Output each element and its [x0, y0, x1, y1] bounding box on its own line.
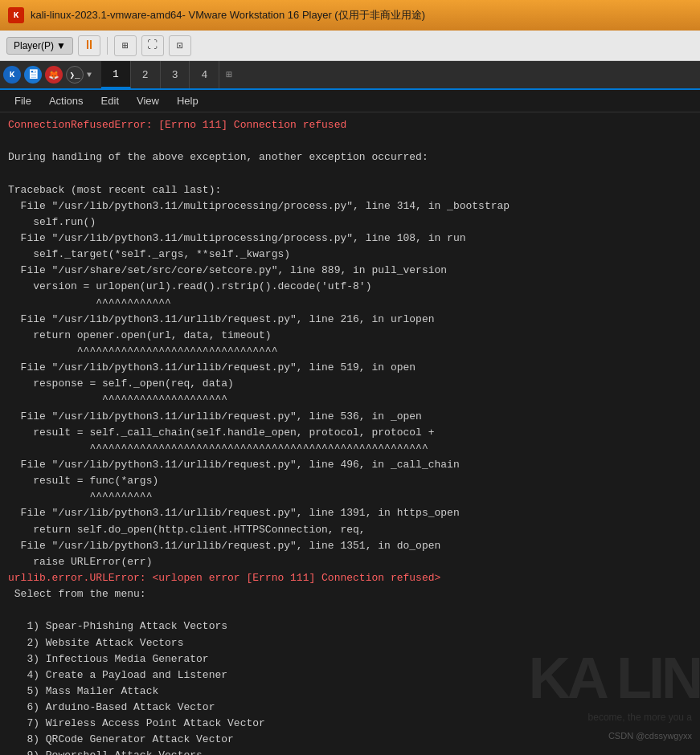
- menu-view[interactable]: View: [129, 92, 167, 109]
- fullscreen-icon: ⛶: [147, 39, 158, 51]
- title-bar: K kali-linux-2023.1-vmware-amd64- VMware…: [0, 0, 700, 31]
- snapshot-button[interactable]: ⊞: [114, 35, 137, 56]
- menu-bar: File Actions Edit View Help: [0, 90, 700, 112]
- snapshot-icon: ⊞: [122, 39, 129, 52]
- menu-file[interactable]: File: [6, 92, 39, 109]
- kali-tab-icon[interactable]: K: [3, 66, 21, 84]
- blue-tab-icon[interactable]: 🖥: [24, 66, 42, 84]
- watermark-subtext: become, the more you a: [588, 712, 692, 723]
- unity-icon: ⊡: [177, 39, 183, 52]
- divider: [107, 37, 108, 55]
- tab-2[interactable]: 2: [131, 61, 161, 88]
- player-menu-button[interactable]: Player(P) ▼: [6, 37, 73, 55]
- tab-numbers: 1 2 3 4: [101, 61, 219, 88]
- pause-button[interactable]: ⏸: [78, 35, 100, 56]
- tab-4[interactable]: 4: [190, 61, 219, 88]
- player-toolbar: Player(P) ▼ ⏸ ⊞ ⛶ ⊡: [0, 31, 700, 61]
- terminal[interactable]: KA LIN become, the more you a CSDN @cdss…: [0, 112, 700, 755]
- red-tab-icon[interactable]: 🦊: [45, 66, 63, 84]
- chevron-down-icon: ▼: [56, 40, 66, 51]
- term-tab-icon[interactable]: ❯_: [66, 66, 84, 84]
- tab-extra[interactable]: ⊞: [219, 61, 239, 88]
- menu-help[interactable]: Help: [169, 92, 207, 109]
- menu-actions[interactable]: Actions: [41, 92, 92, 109]
- app-icon: K: [8, 7, 24, 23]
- tab-bar: K 🖥 🦊 ❯_ ▼ 1 2 3 4 ⊞: [0, 61, 700, 90]
- tab-dropdown-arrow[interactable]: ▼: [87, 71, 92, 80]
- tab-1[interactable]: 1: [101, 61, 131, 88]
- tab-icons: K 🖥 🦊 ❯_ ▼: [0, 61, 95, 88]
- window-title: kali-linux-2023.1-vmware-amd64- VMware W…: [31, 8, 425, 22]
- credit-text: CSDN @cdssywgyxx: [608, 731, 692, 741]
- fullscreen-button[interactable]: ⛶: [141, 35, 164, 56]
- terminal-content: ConnectionRefusedError: [Errno 111] Conn…: [8, 117, 692, 755]
- menu-edit[interactable]: Edit: [93, 92, 127, 109]
- unity-button[interactable]: ⊡: [169, 35, 191, 56]
- tab-3[interactable]: 3: [161, 61, 190, 88]
- pause-icon: ⏸: [83, 38, 96, 53]
